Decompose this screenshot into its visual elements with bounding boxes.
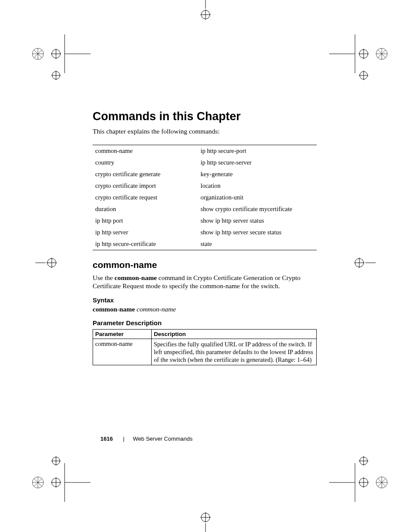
page-number: 1616 [100, 436, 113, 442]
svg-line-12 [34, 50, 42, 58]
svg-line-53 [34, 479, 42, 486]
parameter-table-cell-param: common-name [93, 339, 152, 365]
command-list-row: ip http portshow ip http server status [93, 215, 317, 227]
svg-line-11 [34, 50, 42, 58]
svg-point-35 [47, 258, 56, 267]
command-list-cell-right: location [198, 180, 317, 192]
parameter-table-header-parameter: Parameter [93, 329, 152, 339]
svg-point-31 [360, 72, 367, 79]
command-list-cell-left: ip http secure-certificate [93, 238, 198, 250]
command-list-cell-right: ip http secure-port [198, 145, 317, 157]
command-list-cell-left: crypto certificate generate [93, 168, 198, 180]
command-list-cell-left: crypto certificate request [93, 192, 198, 203]
svg-point-63 [376, 477, 387, 488]
command-list-cell-left: ip http server [93, 227, 198, 238]
svg-line-25 [378, 50, 386, 58]
command-list-cell-left: duration [93, 203, 198, 215]
command-list-row: crypto certificate importlocation [93, 180, 317, 192]
parameter-table: Parameter Description common-nameSpecifi… [93, 329, 317, 365]
footer-separator: | [123, 436, 125, 442]
parameter-description-heading: Parameter Description [93, 319, 317, 327]
crop-mark-top-center [197, 0, 214, 22]
footer-title: Web Server Commands [133, 436, 193, 442]
parameter-table-cell-description: Specifies the fully qualified URL or IP … [152, 339, 317, 365]
crop-mark-right-middle [341, 254, 376, 271]
svg-line-67 [378, 479, 386, 486]
svg-line-24 [378, 50, 386, 58]
chapter-heading: Commands in this Chapter [93, 110, 317, 123]
svg-point-4 [201, 513, 210, 522]
svg-point-13 [52, 50, 60, 58]
command-list-row: common-nameip http secure-port [93, 145, 317, 157]
svg-point-55 [360, 457, 367, 465]
syntax-line: common-name common-name [93, 305, 317, 313]
syntax-argument: common-name [137, 305, 176, 313]
text-run-bold: common-name [115, 274, 157, 281]
command-list-cell-right: state [198, 238, 317, 250]
command-list-cell-left: ip http port [93, 215, 198, 227]
crop-mark-bottom-left [30, 450, 82, 502]
crop-mark-left-middle [35, 254, 70, 271]
chapter-intro: This chapter explains the following comm… [93, 128, 317, 135]
svg-point-38 [355, 258, 364, 267]
svg-line-54 [34, 479, 42, 486]
crop-mark-bottom-right [329, 450, 381, 502]
crop-mark-top-right [329, 34, 381, 86]
command-list-row: crypto certificate generatekey-generate [93, 168, 317, 180]
svg-point-21 [376, 48, 387, 59]
parameter-table-row: common-nameSpecifies the fully qualified… [93, 339, 317, 365]
section-heading-common-name: common-name [93, 260, 317, 270]
svg-point-42 [52, 457, 60, 465]
command-list-cell-left: country [93, 157, 198, 168]
crop-mark-top-left [30, 34, 82, 86]
command-list-row: ip http servershow ip http server secure… [93, 227, 317, 238]
command-list-cell-right: show crypto certificate mycertificate [198, 203, 317, 215]
command-list-row: crypto certificate requestorganization-u… [93, 192, 317, 203]
section-description: Use the common-name command in Crypto Ce… [93, 274, 317, 290]
svg-point-26 [359, 50, 368, 58]
parameter-table-header-description: Description [152, 329, 317, 339]
command-list-row: durationshow crypto certificate mycertif… [93, 203, 317, 215]
command-list-row: ip http secure-certificatestate [93, 238, 317, 250]
svg-point-60 [359, 478, 368, 487]
syntax-heading: Syntax [93, 296, 317, 304]
command-list-cell-right: show ip http server secure status [198, 227, 317, 238]
svg-point-1 [201, 10, 210, 19]
command-list-table: common-nameip http secure-portcountryip … [93, 145, 317, 250]
svg-point-8 [32, 48, 44, 59]
crop-mark-bottom-center [197, 510, 214, 532]
command-list-cell-right: ip http secure-server [198, 157, 317, 168]
syntax-keyword: common-name [93, 305, 135, 313]
page: Commands in this Chapter This chapter ex… [0, 0, 411, 532]
command-list-cell-right: organization-unit [198, 192, 317, 203]
command-list-cell-left: crypto certificate import [93, 180, 198, 192]
svg-point-47 [52, 478, 60, 487]
svg-point-18 [52, 72, 60, 79]
command-list-cell-right: key-generate [198, 168, 317, 180]
svg-point-50 [32, 477, 44, 488]
page-content: Commands in this Chapter This chapter ex… [93, 110, 317, 365]
command-list-cell-right: show ip http server status [198, 215, 317, 227]
text-run: Use the [93, 274, 115, 281]
page-footer: 1616 | Web Server Commands [100, 436, 193, 442]
command-list-row: countryip http secure-server [93, 157, 317, 168]
svg-line-66 [378, 479, 386, 486]
command-list-cell-left: common-name [93, 145, 198, 157]
